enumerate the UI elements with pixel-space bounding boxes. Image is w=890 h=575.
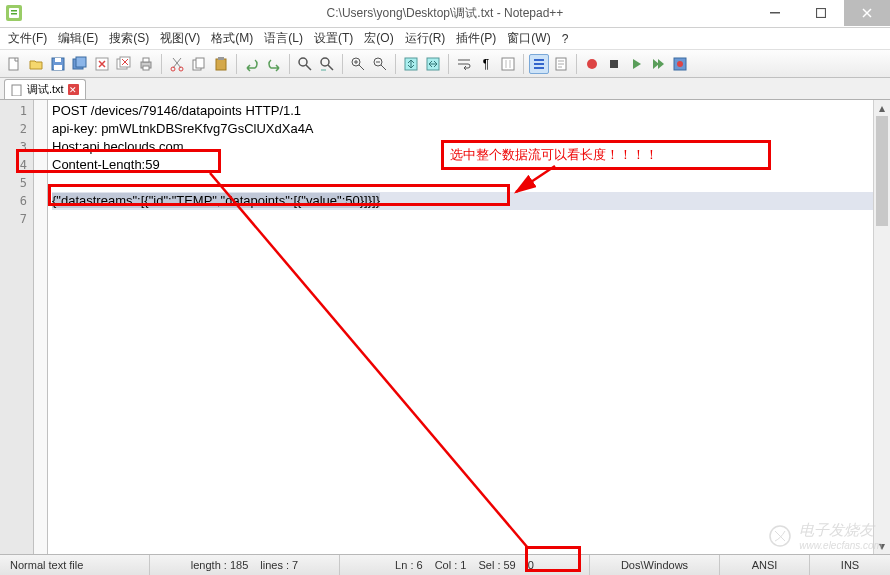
play-multi-icon[interactable]: [648, 54, 668, 74]
status-position: Ln : 6 Col : 1 Sel : 59 0: [340, 555, 590, 575]
minimize-button[interactable]: [752, 0, 798, 26]
line-number: 5: [0, 174, 33, 192]
maximize-button[interactable]: [798, 0, 844, 26]
scroll-up-arrow-icon[interactable]: ▴: [874, 100, 890, 116]
menu-edit[interactable]: 编辑(E): [54, 28, 102, 49]
line-number: 1: [0, 102, 33, 120]
zoom-in-icon[interactable]: [348, 54, 368, 74]
annotation-callout: 选中整个数据流可以看长度！！！！: [441, 140, 771, 170]
svg-rect-33: [610, 60, 618, 68]
code-line: api-key: pmWLtnkDBSreKfvg7GsClUXdXa4A: [52, 120, 890, 138]
watermark-url: www.elecfans.com: [799, 540, 882, 551]
redo-icon[interactable]: [264, 54, 284, 74]
save-icon[interactable]: [48, 54, 68, 74]
scrollbar-thumb[interactable]: [876, 116, 888, 226]
menu-settings[interactable]: 设置(T): [310, 28, 357, 49]
wordwrap-icon[interactable]: [454, 54, 474, 74]
print-icon[interactable]: [136, 54, 156, 74]
status-lines: lines : 7: [260, 559, 298, 571]
svg-rect-30: [502, 58, 514, 70]
code-line-selected: {"datastreams":[{"id":"TEMP","datapoints…: [52, 192, 890, 210]
svg-rect-16: [143, 58, 149, 62]
close-all-icon[interactable]: [114, 54, 134, 74]
menu-language[interactable]: 语言(L): [260, 28, 307, 49]
svg-rect-36: [12, 85, 21, 96]
menu-view[interactable]: 视图(V): [156, 28, 204, 49]
code-line: [52, 174, 890, 192]
file-icon: [11, 84, 23, 96]
status-encoding: ANSI: [720, 555, 810, 575]
menu-window[interactable]: 窗口(W): [503, 28, 554, 49]
doc-map-icon[interactable]: [551, 54, 571, 74]
svg-point-24: [299, 58, 307, 66]
svg-rect-9: [54, 65, 62, 70]
status-sel: Sel : 59: [478, 559, 515, 571]
tab-close-icon[interactable]: ✕: [68, 84, 79, 95]
menu-file[interactable]: 文件(F): [4, 28, 51, 49]
find-icon[interactable]: [295, 54, 315, 74]
close-file-icon[interactable]: [92, 54, 112, 74]
svg-rect-11: [76, 57, 86, 67]
svg-point-25: [321, 58, 329, 66]
menu-run[interactable]: 运行(R): [401, 28, 450, 49]
window-title: C:\Users\yong\Desktop\调试.txt - Notepad++: [327, 5, 564, 22]
indent-guide-icon[interactable]: [498, 54, 518, 74]
svg-rect-17: [143, 66, 149, 70]
tab-bar: 调试.txt ✕: [0, 78, 890, 100]
menu-search[interactable]: 搜索(S): [105, 28, 153, 49]
sync-h-icon[interactable]: [423, 54, 443, 74]
paste-icon[interactable]: [211, 54, 231, 74]
tab-label: 调试.txt: [27, 82, 64, 97]
svg-rect-23: [218, 57, 224, 60]
status-insert-mode: INS: [810, 555, 890, 575]
menu-help[interactable]: ?: [558, 30, 573, 48]
line-number: 2: [0, 120, 33, 138]
new-file-icon[interactable]: [4, 54, 24, 74]
status-eol: Dos\Windows: [590, 555, 720, 575]
sync-v-icon[interactable]: [401, 54, 421, 74]
code-line: [52, 210, 890, 228]
title-bar: C:\Users\yong\Desktop\调试.txt - Notepad++: [0, 0, 890, 28]
svg-rect-6: [9, 58, 18, 70]
open-file-icon[interactable]: [26, 54, 46, 74]
menu-plugins[interactable]: 插件(P): [452, 28, 500, 49]
save-macro-icon[interactable]: [670, 54, 690, 74]
play-macro-icon[interactable]: [626, 54, 646, 74]
status-ln: Ln : 6: [395, 559, 423, 571]
stop-macro-icon[interactable]: [604, 54, 624, 74]
svg-rect-5: [817, 9, 826, 18]
show-all-chars-icon[interactable]: ¶: [476, 54, 496, 74]
replace-icon[interactable]: [317, 54, 337, 74]
svg-rect-2: [11, 10, 17, 12]
record-macro-icon[interactable]: [582, 54, 602, 74]
vertical-scrollbar[interactable]: ▴ ▾: [873, 100, 890, 554]
save-all-icon[interactable]: [70, 54, 90, 74]
svg-rect-21: [196, 58, 204, 68]
menu-macro[interactable]: 宏(O): [360, 28, 397, 49]
line-number: 3: [0, 138, 33, 156]
svg-point-32: [587, 59, 597, 69]
svg-rect-3: [11, 13, 17, 15]
status-length: length : 185: [191, 559, 249, 571]
status-length-lines: length : 185 lines : 7: [150, 555, 340, 575]
status-filetype: Normal text file: [0, 555, 150, 575]
undo-icon[interactable]: [242, 54, 262, 74]
line-number: 4: [0, 156, 33, 174]
code-line: POST /devices/79146/datapoints HTTP/1.1: [52, 102, 890, 120]
cut-icon[interactable]: [167, 54, 187, 74]
status-sel-extra: 0: [528, 559, 534, 571]
func-list-icon[interactable]: [529, 54, 549, 74]
copy-icon[interactable]: [189, 54, 209, 74]
svg-rect-4: [770, 12, 780, 14]
menu-format[interactable]: 格式(M): [207, 28, 257, 49]
callout-text: 选中整个数据流可以看长度！！！！: [450, 147, 658, 162]
file-tab[interactable]: 调试.txt ✕: [4, 79, 86, 99]
toolbar: ¶: [0, 50, 890, 78]
status-bar: Normal text file length : 185 lines : 7 …: [0, 554, 890, 575]
svg-rect-8: [55, 58, 61, 62]
svg-point-35: [677, 61, 683, 67]
watermark: 电子发烧友 www.elecfans.com: [765, 521, 882, 551]
close-button[interactable]: [844, 0, 890, 26]
watermark-icon: [765, 521, 795, 551]
zoom-out-icon[interactable]: [370, 54, 390, 74]
